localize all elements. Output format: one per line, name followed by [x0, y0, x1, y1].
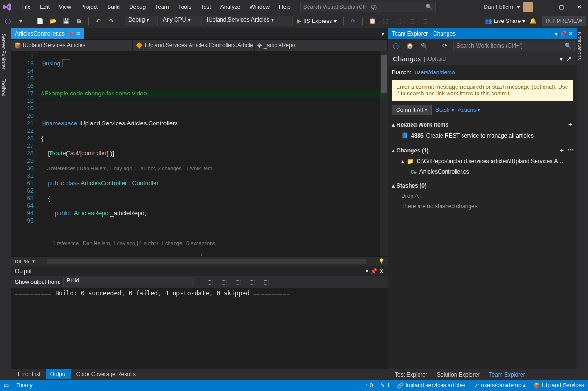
- menu-window[interactable]: Window: [245, 2, 274, 12]
- tab-error-list[interactable]: Error List: [14, 369, 44, 379]
- toolbox-tab[interactable]: Toolbox: [0, 77, 11, 98]
- tb-icon[interactable]: ⬚: [419, 15, 430, 27]
- home-button[interactable]: 🏠: [404, 40, 415, 51]
- tab-test-explorer[interactable]: Test Explorer: [391, 370, 431, 379]
- stash-link[interactable]: Stash ▾: [435, 107, 454, 113]
- chevron-down-icon[interactable]: ▾: [559, 55, 563, 63]
- nav-back-button[interactable]: ◯: [2, 15, 13, 27]
- more-button[interactable]: ⋯: [567, 146, 573, 154]
- repo-status[interactable]: 🔗 iupland.services.articles: [397, 382, 465, 389]
- browser-link-button[interactable]: 📋: [367, 15, 378, 27]
- add-button[interactable]: ＋: [559, 146, 565, 154]
- save-button[interactable]: 💾: [60, 15, 72, 27]
- output-tb-icon[interactable]: ⬚: [232, 276, 243, 288]
- horizontal-scrollbar[interactable]: [47, 259, 366, 264]
- menu-help[interactable]: Help: [274, 2, 295, 12]
- popout-icon[interactable]: ↗: [566, 55, 572, 63]
- menu-test[interactable]: Test: [196, 2, 216, 12]
- expand-icon[interactable]: ▴: [392, 122, 395, 128]
- feedback-button[interactable]: 🔔: [527, 15, 538, 27]
- pin-icon[interactable]: 📌: [370, 268, 377, 275]
- nav-member-dropdown[interactable]: ◈ _articleRepo: [255, 40, 388, 51]
- output-tb-icon[interactable]: ⬚: [218, 276, 229, 288]
- nav-project-dropdown[interactable]: 📦 IUpland.Services.Articles: [11, 40, 133, 51]
- expand-icon[interactable]: ▴: [392, 147, 395, 154]
- output-tb-icon[interactable]: ⬚: [260, 276, 272, 288]
- close-icon[interactable]: ✕: [568, 30, 573, 37]
- notifications-tab[interactable]: Notifications: [577, 32, 582, 60]
- config-dropdown[interactable]: Debug ▾: [125, 16, 158, 26]
- menu-team[interactable]: Team: [150, 2, 173, 12]
- startup-dropdown[interactable]: IUpland.Services.Articles ▾: [204, 16, 293, 26]
- nav-class-dropdown[interactable]: 🔶 IUpland.Services.Articles.Controllers.…: [133, 40, 255, 51]
- doc-tab-active[interactable]: ArticlesController.cs 📌 ✕: [11, 28, 84, 39]
- menu-project[interactable]: Project: [76, 2, 103, 12]
- project-status[interactable]: 📦 IUpland.Services: [533, 382, 584, 389]
- pull-status[interactable]: ✎ 1: [380, 382, 390, 389]
- maximize-button[interactable]: ▢: [554, 2, 568, 12]
- server-explorer-tab[interactable]: Server Explorer: [0, 32, 11, 71]
- menu-debug[interactable]: Debug: [125, 2, 150, 12]
- folder-row[interactable]: ▴ 📁 C:\GitRepos\iupland.services.article…: [392, 156, 573, 167]
- refresh-button[interactable]: ⟳: [439, 40, 450, 51]
- close-icon[interactable]: ✕: [379, 268, 384, 275]
- zoom-dropdown[interactable]: 100 %: [14, 259, 29, 264]
- pin-icon[interactable]: 📌: [559, 30, 566, 37]
- redo-button[interactable]: ↷: [106, 15, 117, 27]
- menu-build[interactable]: Build: [103, 2, 125, 12]
- tab-dropdown-button[interactable]: ▾: [378, 30, 388, 37]
- user-name[interactable]: Dan Hellem: [484, 4, 513, 10]
- expand-icon[interactable]: ▴: [392, 182, 395, 189]
- changed-file-row[interactable]: C# ArticlesController.cs: [392, 167, 573, 177]
- close-tab-button[interactable]: ✕: [76, 30, 81, 37]
- actions-link[interactable]: Actions ▾: [458, 107, 481, 113]
- tab-output[interactable]: Output: [46, 369, 71, 379]
- run-button[interactable]: ▶IIS Express ▾: [294, 16, 339, 26]
- dropdown-icon[interactable]: ▾: [366, 268, 368, 275]
- menu-analyze[interactable]: Analyze: [216, 2, 245, 12]
- add-work-item-button[interactable]: ＋: [567, 121, 573, 129]
- new-item-button[interactable]: 📄: [34, 15, 45, 27]
- save-all-button[interactable]: 🗎: [74, 15, 85, 27]
- menu-edit[interactable]: Edit: [35, 2, 54, 12]
- open-button[interactable]: 📂: [47, 15, 59, 27]
- nav-fwd-button[interactable]: ▾: [15, 15, 26, 27]
- liveshare-button[interactable]: 👥 Live Share ▾: [485, 18, 525, 24]
- connect-button[interactable]: 🔌: [418, 40, 429, 51]
- commit-message-input[interactable]: Enter a commit message (required) or sta…: [392, 80, 573, 101]
- work-item-row[interactable]: 📘 4385 Create REST service to manage all…: [392, 130, 573, 141]
- dropdown-icon[interactable]: ▾: [555, 30, 558, 37]
- output-source-dropdown[interactable]: Build: [63, 277, 194, 287]
- tab-solution-explorer[interactable]: Solution Explorer: [433, 370, 483, 379]
- refresh-button[interactable]: ⟳: [347, 15, 359, 27]
- quick-launch-input[interactable]: Search Visual Studio (Ctrl+Q) 🔍: [300, 2, 436, 12]
- pin-icon[interactable]: 📌: [67, 31, 73, 36]
- output-tb-icon[interactable]: ⬚: [204, 276, 215, 288]
- expand-icon[interactable]: ▴: [401, 158, 404, 165]
- menu-tools[interactable]: Tools: [174, 2, 196, 12]
- back-button[interactable]: ◯: [390, 40, 401, 51]
- code-editor[interactable]: ⊞using ... //Example code change for dem…: [39, 51, 388, 256]
- chevron-down-icon[interactable]: ▾: [517, 4, 520, 10]
- minimize-button[interactable]: ─: [537, 2, 551, 12]
- tab-team-explorer[interactable]: Team Explorer: [485, 370, 529, 379]
- close-button[interactable]: ✕: [572, 2, 586, 12]
- tab-code-coverage[interactable]: Code Coverage Results: [73, 369, 140, 379]
- avatar[interactable]: [523, 2, 533, 12]
- work-items-search[interactable]: Search Work Items (Ctrl+') 🔍: [453, 41, 575, 51]
- menu-file[interactable]: File: [17, 2, 35, 12]
- platform-dropdown[interactable]: Any CPU ▾: [160, 16, 202, 26]
- branch-link[interactable]: users/dan/demo: [415, 69, 455, 76]
- output-text[interactable]: ========== Build: 0 succeeded, 0 failed,…: [11, 288, 388, 369]
- menu-view[interactable]: View: [54, 2, 76, 12]
- output-tb-icon[interactable]: ⬚: [246, 276, 257, 288]
- drop-all-link[interactable]: Drop All: [392, 191, 573, 201]
- lightbulb-icon[interactable]: 💡: [378, 258, 385, 264]
- push-status[interactable]: ↑ 0: [365, 382, 373, 389]
- undo-button[interactable]: ↶: [93, 15, 104, 27]
- branch-status[interactable]: ⎇ users/dan/demo ▴: [473, 382, 526, 389]
- tb-icon[interactable]: ⬚: [380, 15, 391, 27]
- vertical-scrollbar[interactable]: [380, 51, 388, 256]
- tb-icon[interactable]: ⬚: [406, 15, 417, 27]
- commit-all-button[interactable]: Commit All ▾: [392, 105, 432, 115]
